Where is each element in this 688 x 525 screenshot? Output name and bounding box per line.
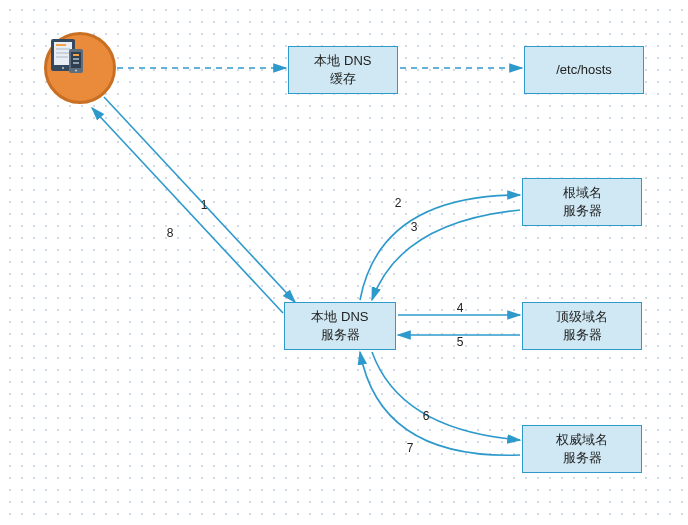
node-tld-server: 顶级域名服务器: [522, 302, 642, 350]
node-label: /etc/hosts: [556, 61, 612, 79]
node-etc-hosts: /etc/hosts: [524, 46, 644, 94]
node-label: 顶级域名服务器: [556, 308, 608, 343]
svg-point-12: [75, 69, 77, 71]
node-label: 本地 DNS缓存: [314, 52, 371, 87]
svg-rect-10: [73, 58, 79, 60]
node-label: 权威域名服务器: [556, 431, 608, 466]
edge-label-1: 1: [199, 198, 210, 212]
svg-rect-4: [56, 52, 70, 54]
edge-label-4: 4: [455, 301, 466, 315]
node-local-dns-cache: 本地 DNS缓存: [288, 46, 398, 94]
edge-7: [360, 352, 520, 455]
svg-rect-3: [56, 48, 70, 50]
edge-3: [372, 210, 520, 300]
svg-rect-2: [56, 44, 66, 46]
svg-rect-5: [56, 56, 68, 58]
edge-8: [92, 108, 283, 313]
edge-6: [372, 352, 520, 440]
edge-label-6: 6: [421, 409, 432, 423]
node-label: 本地 DNS服务器: [311, 308, 368, 343]
edge-label-7: 7: [405, 441, 416, 455]
edge-label-8: 8: [165, 226, 176, 240]
node-local-dns-server: 本地 DNS服务器: [284, 302, 396, 350]
client-device-icon: [44, 32, 116, 104]
tablet-phone-icon: [47, 35, 87, 75]
edge-2: [360, 195, 520, 300]
svg-rect-9: [73, 54, 79, 56]
node-authoritative-server: 权威域名服务器: [522, 425, 642, 473]
node-label: 根域名服务器: [563, 184, 602, 219]
edge-label-2: 2: [393, 196, 404, 210]
node-root-server: 根域名服务器: [522, 178, 642, 226]
edge-label-5: 5: [455, 335, 466, 349]
svg-rect-11: [73, 62, 79, 64]
svg-point-6: [62, 67, 64, 69]
edge-label-3: 3: [409, 220, 420, 234]
